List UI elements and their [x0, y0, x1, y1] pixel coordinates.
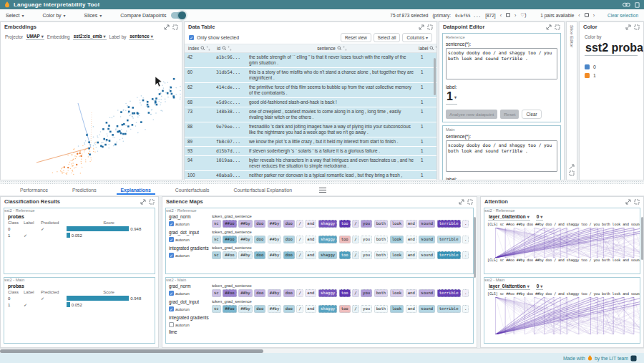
table-row[interactable]: 42a1bc96...the subtle strength of `` ell… — [185, 53, 436, 68]
autorun-checkbox[interactable]: ✓ — [169, 306, 174, 311]
share-link-icon[interactable] — [623, 2, 630, 7]
tab-predictions[interactable]: Predictions — [71, 185, 98, 195]
autorun-checkbox[interactable]: ✓ — [169, 291, 174, 296]
tab-explanations[interactable]: Explanations — [119, 185, 152, 195]
salience-scrollbar[interactable] — [474, 217, 477, 278]
sort-icon[interactable] — [343, 46, 347, 51]
sort-icon[interactable] — [206, 46, 210, 51]
table-row[interactable]: 10040aba9...neither parker nor donovan i… — [185, 171, 436, 179]
clear-selection-link[interactable]: Clear selection — [608, 13, 638, 18]
salience-token: too — [339, 289, 351, 297]
salience-token: / — [296, 251, 303, 259]
select-menu[interactable]: Select▾ — [6, 13, 24, 18]
maximize-icon[interactable] — [634, 24, 640, 30]
pair-icon[interactable] — [585, 13, 589, 17]
compare-datapoints-toggle[interactable]: Compare Datapoints — [120, 12, 185, 19]
autorun-checkbox[interactable] — [169, 322, 174, 327]
expand-icon[interactable] — [546, 24, 552, 30]
color-by-select[interactable]: sst2 probas class▾ — [585, 42, 638, 56]
projector-select[interactable]: UMAP▾ — [26, 34, 44, 40]
attention-scrollbar[interactable] — [641, 217, 644, 260]
maximize-icon[interactable] — [467, 199, 473, 205]
select-all-button[interactable]: Select all — [374, 33, 401, 42]
color-by-menu[interactable]: Color by▾ — [42, 13, 65, 18]
embedding-scatter-plot[interactable] — [1, 42, 182, 175]
sort-icon[interactable] — [228, 46, 232, 51]
slice-editor-strip[interactable]: Slice Editor — [566, 21, 577, 180]
layer-select[interactable]: layer_0/attention▾ — [488, 214, 530, 221]
reset-button[interactable]: Reset — [500, 110, 519, 119]
github-icon[interactable] — [630, 355, 637, 362]
search-icon[interactable] — [200, 46, 205, 51]
label-by-select[interactable]: sentence▾ — [129, 34, 153, 40]
reset-view-button[interactable]: Reset view — [341, 33, 371, 42]
maximize-icon[interactable] — [172, 24, 178, 30]
table-row[interactable]: 93d15b7d...if steven soderbergh 's ` sol… — [185, 147, 436, 156]
head-select[interactable]: 0▾ — [536, 214, 544, 221]
expand-icon[interactable] — [419, 24, 424, 30]
layer-select[interactable]: layer_0/attention▾ — [488, 284, 530, 290]
clear-button[interactable]: Clear — [522, 110, 541, 119]
autorun-checkbox[interactable]: ✓ — [169, 237, 174, 242]
columns-button[interactable]: Columns ▾ — [402, 33, 432, 42]
cell-id: a1bc96... — [213, 53, 246, 67]
panel-title: Color — [583, 24, 597, 30]
column-header-label[interactable]: label — [416, 46, 435, 51]
table-row[interactable]: 6031db54...this is a story of two misfit… — [185, 68, 436, 83]
sentence-field[interactable]: scooby dooby doo / and shaggy too / you … — [446, 48, 557, 79]
head-select[interactable]: 0▾ — [536, 284, 544, 290]
label-select[interactable]: 1▾ — [446, 90, 457, 105]
salience-token: and — [406, 251, 417, 259]
expand-icon[interactable] — [164, 24, 170, 30]
prev-pair-icon[interactable]: ‹ — [578, 13, 580, 18]
cell-label: 1 — [418, 171, 436, 179]
docs-icon[interactable] — [635, 2, 640, 8]
maximize-icon[interactable] — [149, 199, 155, 205]
search-icon[interactable] — [222, 46, 227, 51]
horizontal-scrollbar[interactable] — [0, 348, 644, 353]
tab-counterfactuals[interactable]: Counterfactuals — [174, 185, 211, 195]
table-row[interactable]: 889e79ee...fresnadillo 's dark and jolti… — [185, 122, 436, 137]
tab-counterfactual-explanation[interactable]: Counterfactual Explanation — [232, 185, 293, 195]
salience-token: terrible — [437, 289, 461, 297]
sort-icon[interactable] — [435, 46, 437, 51]
expand-icon[interactable] — [625, 199, 631, 205]
toggle-on[interactable] — [171, 12, 185, 19]
table-row[interactable]: 68e5d9cc...good old-fashioned slash-and-… — [185, 98, 436, 107]
table-row[interactable]: 62414cde...the primitive force of this f… — [185, 83, 436, 98]
column-header-id[interactable]: id — [215, 46, 248, 51]
table-row[interactable]: 941019aa...byler reveals his characters … — [185, 156, 436, 171]
next-pair-icon[interactable]: › — [593, 13, 595, 18]
maximize-icon[interactable] — [555, 24, 560, 30]
class-value: 0 — [8, 296, 24, 301]
search-icon[interactable] — [429, 46, 434, 51]
search-icon[interactable] — [337, 46, 342, 51]
slices-menu[interactable]: Slices▾ — [84, 13, 102, 18]
salience-token: ##by — [238, 251, 252, 259]
favorite-icon[interactable]: ♡) — [520, 12, 526, 18]
next-datapoint-icon[interactable]: › — [514, 13, 516, 18]
expand-icon[interactable] — [459, 199, 464, 205]
table-row[interactable]: 73148b38...one of creepiest , scariest m… — [185, 107, 436, 122]
maximize-icon[interactable] — [634, 199, 640, 205]
expand-icon[interactable] — [625, 24, 631, 30]
autorun-checkbox[interactable]: ✓ — [169, 253, 174, 258]
column-header-index[interactable]: index — [186, 46, 215, 51]
column-header-sentence[interactable]: sentence — [248, 46, 416, 52]
expand-icon[interactable] — [140, 199, 146, 205]
analyze-datapoint-button[interactable]: Analyze new datapoint — [446, 110, 497, 119]
datapoint-icon[interactable] — [506, 13, 510, 17]
salience-token: ##oo — [223, 236, 236, 243]
prev-datapoint-icon[interactable]: ‹ — [500, 13, 502, 18]
autorun-checkbox[interactable]: ✓ — [169, 221, 174, 226]
table-row[interactable]: 89fb8c07...we know the plot 's a little … — [185, 137, 436, 147]
drawer-handle-icon[interactable] — [319, 188, 326, 194]
chevron-down-icon: ▾ — [99, 13, 102, 18]
tab-performance[interactable]: Performance — [19, 185, 49, 195]
only-show-selected-checkbox[interactable]: ✓ — [189, 35, 194, 40]
sentence-field[interactable]: scooby dooby doo / and shaggy too / you … — [446, 140, 557, 172]
table-scrollbar[interactable] — [434, 58, 436, 95]
embedding-select[interactable]: sst2:cls_emb▾ — [73, 34, 107, 40]
lit-team-link[interactable]: by the LIT team — [595, 356, 628, 361]
maximize-icon[interactable] — [427, 24, 433, 30]
